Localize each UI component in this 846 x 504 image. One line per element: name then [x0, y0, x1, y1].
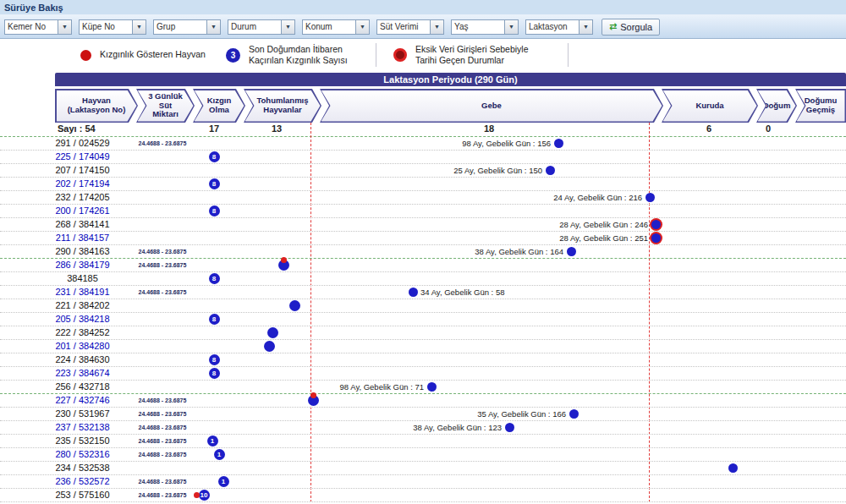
milk-amount: 24.4688 - 23.6875: [132, 425, 193, 430]
animal-id[interactable]: 205 / 384218: [42, 314, 123, 324]
phase-header-label: Hayvan (Laktasyon No): [57, 90, 137, 122]
animal-rows: 291 / 02452924.4688 - 23.687598 Ay, Gebe…: [0, 137, 846, 502]
animal-row: 221 / 384202: [0, 299, 846, 313]
missed-heat-count-badge[interactable]: 8: [209, 368, 220, 379]
missed-heat-count-badge[interactable]: 1: [214, 449, 225, 460]
missed-heat-count-badge[interactable]: 1: [207, 436, 218, 446]
status-dot[interactable]: [569, 409, 579, 419]
pregnancy-label: 98 Ay, Gebelik Gün : 71: [340, 382, 424, 392]
filter-dropdown-grup[interactable]: Grup▼: [153, 19, 221, 35]
filter-dropdown-durum[interactable]: Durum▼: [228, 19, 295, 35]
animal-id[interactable]: 237 / 532138: [42, 422, 123, 432]
missed-heat-count-badge[interactable]: 8: [209, 354, 220, 365]
status-dot[interactable]: [728, 463, 738, 473]
animal-id[interactable]: 286 / 384179: [42, 260, 123, 270]
filter-dropdown-konum[interactable]: Konum▼: [302, 19, 370, 35]
chevron-down-icon[interactable]: ▼: [355, 20, 369, 34]
status-dot[interactable]: [554, 139, 563, 148]
animal-id[interactable]: 224 / 384630: [42, 354, 123, 364]
animal-id[interactable]: 291 / 024529: [42, 138, 123, 148]
animal-row: 232 / 17420524 Ay, Gebelik Gün : 216: [0, 191, 846, 205]
animal-id[interactable]: 225 / 174049: [42, 151, 123, 162]
phase-header-tohumlanm-hayvanlar: Tohumlanmış Hayvanlar: [244, 89, 321, 123]
animal-id[interactable]: 256 / 432718: [42, 381, 123, 392]
chevron-down-icon[interactable]: ▼: [58, 20, 71, 34]
animal-id[interactable]: 290 / 384163: [42, 246, 123, 256]
animal-id[interactable]: 234 / 532538: [42, 463, 123, 473]
animal-id[interactable]: 384185: [42, 273, 123, 283]
animal-id[interactable]: 202 / 174194: [42, 178, 123, 189]
milk-amount: 24.4688 - 23.6875: [132, 411, 193, 417]
animal-id[interactable]: 223 / 384674: [42, 368, 123, 378]
animal-id[interactable]: 253 / 575160: [42, 490, 123, 500]
status-dot[interactable]: [267, 327, 278, 338]
status-dot[interactable]: [427, 382, 437, 392]
legend-item-overdue: Eksik Veri Girişleri Sebebiyle Tarihi Ge…: [393, 44, 551, 66]
filter-dropdown-laktasyon[interactable]: Laktasyon▼: [525, 19, 593, 35]
animal-id[interactable]: 231 / 384191: [42, 287, 123, 297]
missed-heat-count-badge[interactable]: 8: [209, 314, 220, 325]
pregnancy-label: 35 Ay, Gebelik Gün : 166: [477, 409, 566, 419]
chevron-down-icon[interactable]: ▼: [579, 20, 592, 34]
missed-heat-count-badge[interactable]: 10: [199, 490, 210, 501]
phase-header-kuruda: Kuruda: [662, 89, 758, 123]
missed-heat-count-badge[interactable]: 8: [209, 205, 220, 216]
animal-id[interactable]: 230 / 531967: [42, 408, 123, 419]
status-dot[interactable]: [651, 220, 661, 229]
chevron-down-icon[interactable]: ▼: [504, 20, 518, 34]
query-button[interactable]: ⇄ Sorgula: [602, 19, 660, 36]
filter-dropdown-ya[interactable]: Yaş▼: [451, 19, 519, 35]
legend-label-heat: Kızgınlık Gösteren Hayvan: [100, 49, 206, 60]
animal-row: 200 / 1742618: [0, 205, 846, 218]
animal-id[interactable]: 222 / 384252: [42, 327, 123, 337]
status-dot[interactable]: [505, 423, 514, 432]
animal-row: 280 / 53231624.4688 - 23.68751: [0, 448, 846, 462]
animal-id[interactable]: 207 / 174150: [42, 165, 123, 175]
animal-id[interactable]: 221 / 384202: [42, 300, 123, 310]
phase-header-label: Kızgın Olma: [195, 90, 244, 122]
status-dot[interactable]: [546, 166, 555, 175]
animal-id[interactable]: 200 / 174261: [42, 205, 123, 216]
missed-heat-count-badge[interactable]: 8: [209, 178, 220, 189]
filter-dropdown-s-t-verimi[interactable]: Süt Verimi▼: [376, 19, 444, 35]
phase-header-k-zg-n-olma: Kızgın Olma: [193, 89, 245, 123]
filter-dropdown-value: Durum: [228, 20, 281, 34]
animal-id[interactable]: 280 / 532316: [42, 449, 123, 459]
animal-id[interactable]: 236 / 532572: [42, 476, 123, 486]
animal-id[interactable]: 235 / 532150: [42, 436, 123, 446]
phase-header-label: Kuruda: [663, 90, 757, 122]
phase-header-gebe: Gebe: [320, 89, 663, 123]
filter-dropdown-kemer-no[interactable]: Kemer No▼: [4, 19, 72, 35]
phase-count: 17: [209, 123, 219, 134]
status-dot[interactable]: [289, 300, 300, 311]
chevron-down-icon[interactable]: ▼: [430, 20, 443, 34]
animal-id[interactable]: 201 / 384280: [42, 341, 123, 351]
animal-id[interactable]: 211 / 384157: [42, 233, 123, 243]
animal-id[interactable]: 227 / 432746: [42, 395, 123, 405]
filter-dropdown-k-pe-no[interactable]: Küpe No▼: [79, 19, 146, 35]
missed-heat-count-badge[interactable]: 8: [209, 273, 220, 284]
animal-row: 227 / 43274624.4688 - 23.6875: [0, 394, 846, 408]
chevron-down-icon[interactable]: ▼: [281, 20, 294, 34]
status-dot[interactable]: [264, 341, 275, 352]
chart-body: Sayı : 5417131860 291 / 02452924.4688 - …: [0, 123, 846, 502]
status-dot[interactable]: [645, 193, 655, 202]
animal-row: 202 / 1741948: [0, 178, 846, 191]
phase-header-hayvan-laktasyon-no: Hayvan (Laktasyon No): [55, 89, 138, 123]
phase-header-do-umu-ge-mi: Doğumu Geçmiş: [795, 89, 846, 123]
status-dot[interactable]: [409, 288, 418, 297]
missed-heat-count-badge[interactable]: 1: [218, 476, 229, 487]
chevron-down-icon[interactable]: ▼: [206, 20, 220, 34]
chevron-down-icon[interactable]: ▼: [132, 20, 146, 34]
pregnancy-label: 98 Ay, Gebelik Gün : 156: [462, 139, 551, 148]
status-dot[interactable]: [651, 233, 661, 243]
missed-heat-count-badge[interactable]: 8: [209, 151, 220, 162]
phase-count: 18: [484, 123, 494, 134]
filter-dropdown-value: Küpe No: [80, 20, 132, 34]
heat-dot-icon: [80, 50, 91, 61]
status-dot[interactable]: [567, 247, 576, 256]
animal-id[interactable]: 268 / 384141: [42, 219, 123, 229]
animal-id[interactable]: 232 / 174205: [42, 192, 123, 202]
milk-amount: 24.4688 - 23.6875: [132, 140, 193, 146]
legend-label-overdue: Eksik Veri Girişleri Sebebiyle Tarihi Ge…: [415, 44, 551, 66]
